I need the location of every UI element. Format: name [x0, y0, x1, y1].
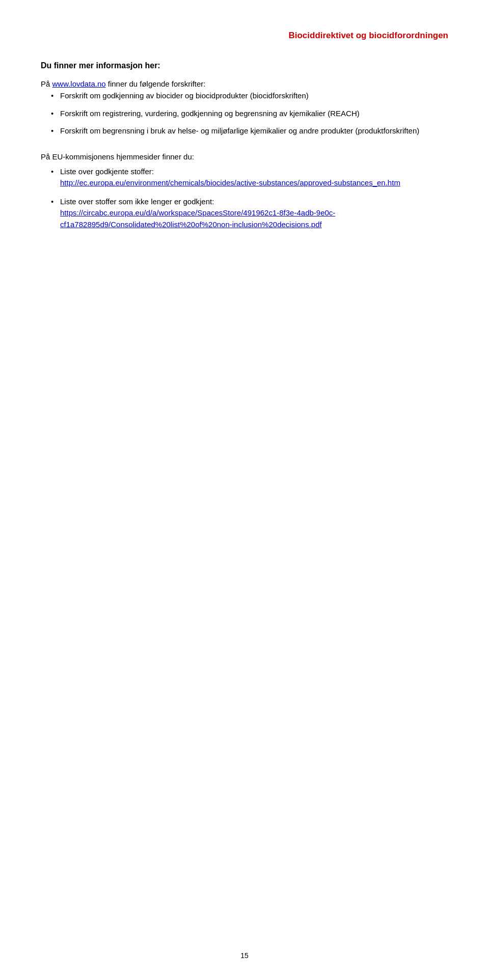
eu-section-intro: På EU-kommisjonens hjemmesider finner du…: [41, 152, 448, 161]
lovdata-link[interactable]: www.lovdata.no: [52, 79, 106, 88]
forskrift-list: Forskrift om godkjenning av biocider og …: [41, 90, 448, 137]
list-item: Forskrift om begrensning i bruk av helse…: [51, 125, 448, 137]
list-item: Forskrift om registrering, vurdering, go…: [51, 108, 448, 120]
section1-heading: Du finner mer informasjon her:: [41, 61, 448, 70]
list-item: Liste over stoffer som ikke lenger er go…: [51, 196, 448, 231]
intro-prefix: På: [41, 79, 52, 88]
eu-list-item-label-2: Liste over stoffer som ikke lenger er go…: [60, 197, 214, 206]
intro-line: På www.lovdata.no finner du følgende for…: [41, 79, 448, 88]
page-container: Biociddirektivet og biocidforordningen D…: [0, 0, 489, 980]
eu-list-item-label-1: Liste over godkjente stoffer:: [60, 167, 154, 176]
page-number: 15: [240, 951, 249, 960]
non-inclusion-link[interactable]: https://circabc.europa.eu/d/a/workspace/…: [60, 208, 335, 229]
page-header-title: Biociddirektivet og biocidforordningen: [41, 31, 448, 41]
eu-list: Liste over godkjente stoffer: http://ec.…: [41, 166, 448, 231]
list-item: Forskrift om godkjenning av biocider og …: [51, 90, 448, 102]
approved-substances-link[interactable]: http://ec.europa.eu/environment/chemical…: [60, 178, 400, 187]
intro-suffix: finner du følgende forskrifter:: [106, 79, 206, 88]
list-item: Liste over godkjente stoffer: http://ec.…: [51, 166, 448, 189]
